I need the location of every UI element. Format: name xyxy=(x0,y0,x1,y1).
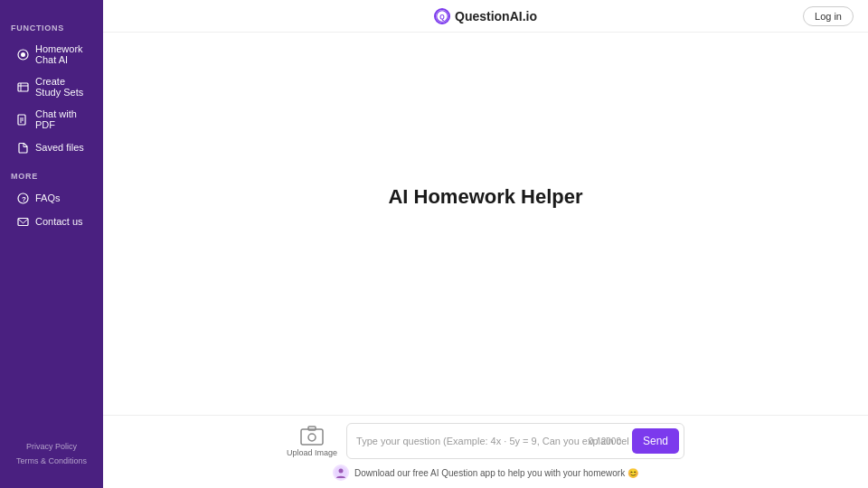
sidebar-item-label: FAQs xyxy=(35,192,61,203)
input-wrapper: 0 / 2000 Send xyxy=(346,423,684,459)
char-count: 0 / 2000 xyxy=(589,436,621,446)
svg-rect-2 xyxy=(18,83,28,91)
saved-files-icon xyxy=(16,141,29,154)
header: Q QuestionAI.io Log in xyxy=(103,0,868,33)
input-row: Upload Image 0 / 2000 Send xyxy=(287,423,684,459)
page-title: AI Homework Helper xyxy=(388,185,582,209)
logo-text: QuestionAI.io xyxy=(455,9,537,23)
upload-label: Upload Image xyxy=(287,448,337,457)
privacy-policy-link[interactable]: Privacy Policy xyxy=(26,442,77,451)
sidebar-item-label: Saved files xyxy=(35,142,84,153)
sidebar-item-faqs[interactable]: ? FAQs xyxy=(5,187,98,209)
contact-icon xyxy=(16,215,29,228)
more-section-label: MORE xyxy=(0,159,103,186)
bottom-bar: Upload Image 0 / 2000 Send Download our … xyxy=(103,415,868,488)
faqs-icon: ? xyxy=(16,192,29,204)
sidebar-item-create-study-sets[interactable]: Create Study Sets xyxy=(5,71,98,102)
promo-text: Download our free AI Question app to hel… xyxy=(354,468,638,478)
svg-point-18 xyxy=(339,469,344,474)
study-sets-icon xyxy=(16,80,29,93)
sidebar-item-homework-chat-ai[interactable]: Homework Chat AI xyxy=(5,39,98,70)
svg-point-15 xyxy=(308,434,316,441)
upload-icon xyxy=(299,425,325,446)
sidebar-footer: Privacy Policy Terms & Conditions xyxy=(0,430,103,477)
sidebar-item-label: Create Study Sets xyxy=(35,76,87,98)
svg-rect-11 xyxy=(18,218,28,225)
logo: Q QuestionAI.io xyxy=(434,8,537,24)
sidebar-item-label: Chat with PDF xyxy=(35,108,87,130)
homework-chat-icon xyxy=(16,48,29,61)
svg-rect-14 xyxy=(301,429,323,445)
promo-avatar xyxy=(333,465,349,481)
login-button[interactable]: Log in xyxy=(803,6,854,26)
svg-text:Q: Q xyxy=(439,14,445,21)
terms-link[interactable]: Terms & Conditions xyxy=(16,456,87,465)
upload-area[interactable]: Upload Image xyxy=(287,425,337,457)
app-promo: Download our free AI Question app to hel… xyxy=(333,465,638,481)
sidebar-item-label: Homework Chat AI xyxy=(35,43,87,65)
main-content: AI Homework Helper xyxy=(103,33,868,415)
sidebar-item-label: Contact us xyxy=(35,216,83,227)
sidebar-item-saved-files[interactable]: Saved files xyxy=(5,136,98,158)
functions-section-label: FUNCTIONS xyxy=(0,11,103,38)
main-area: Q QuestionAI.io Log in AI Homework Helpe… xyxy=(103,0,868,488)
svg-point-1 xyxy=(21,52,25,57)
pdf-icon xyxy=(16,113,29,126)
svg-text:?: ? xyxy=(22,195,26,203)
sidebar-item-chat-with-pdf[interactable]: Chat with PDF xyxy=(5,104,98,135)
svg-rect-16 xyxy=(308,427,316,430)
logo-icon: Q xyxy=(434,8,450,24)
send-button[interactable]: Send xyxy=(632,428,679,454)
sidebar-item-contact-us[interactable]: Contact us xyxy=(5,211,98,232)
sidebar: FUNCTIONS Homework Chat AI Create Study … xyxy=(0,0,103,488)
